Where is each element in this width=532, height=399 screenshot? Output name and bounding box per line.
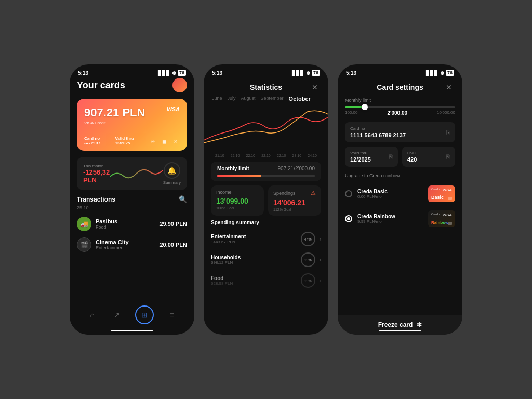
spend-amount-food: 628.98 PLN bbox=[211, 281, 297, 286]
spend-item-food[interactable]: Food 628.98 PLN 19% › bbox=[204, 270, 328, 291]
battery-icon-r: 76 bbox=[446, 70, 454, 76]
card-chip-basic bbox=[448, 197, 452, 200]
spend-name-hh: Households bbox=[211, 255, 297, 260]
status-icons-right: ▋▋▋ ⊛ 76 bbox=[426, 70, 454, 76]
date-2: 22.10 bbox=[231, 154, 240, 157]
summary-circle: 🔔 bbox=[164, 162, 180, 179]
copy-card-no-icon[interactable]: ⎘ bbox=[446, 129, 450, 136]
tx-info-2: Cinema City Entertainment bbox=[96, 239, 155, 250]
income-box: Income 13'099.00 100% Goal bbox=[211, 185, 264, 216]
copy-valid-icon[interactable]: ⎘ bbox=[389, 153, 393, 161]
wifi-icon-r: ⊛ bbox=[440, 70, 444, 76]
summary-button[interactable]: 🔔 Summary bbox=[163, 162, 181, 185]
signal-icon: ▋▋▋ bbox=[158, 70, 170, 76]
credit-card[interactable]: 907.21 PLN VISA Credit VISA Card no ••••… bbox=[77, 99, 187, 151]
lock-icon[interactable]: ◼ bbox=[160, 137, 168, 145]
radio-rainbow[interactable] bbox=[345, 215, 352, 222]
transactions-header: Transactions 🔍 bbox=[70, 195, 194, 203]
copy-cvc-icon[interactable]: ⎘ bbox=[446, 153, 450, 161]
month-tab-july[interactable]: July bbox=[228, 96, 236, 102]
month-tab-august[interactable]: August bbox=[241, 96, 256, 102]
your-cards-header: Your cards bbox=[70, 78, 194, 92]
card-no-field-label: Card no bbox=[350, 126, 406, 131]
transaction-item-1[interactable]: 🚚 Pasibus Food 29.90 PLN bbox=[70, 214, 194, 234]
date-1: 21.10 bbox=[215, 154, 224, 157]
plan-price-rainbow: 9.99 PLN/mo bbox=[357, 219, 423, 224]
nav-home[interactable]: ⌂ bbox=[86, 309, 99, 321]
cvc-value: 420 bbox=[407, 156, 417, 163]
chevron-hh: › bbox=[320, 257, 321, 263]
time-right: 5:13 bbox=[346, 70, 356, 76]
close-statistics[interactable]: ✕ bbox=[310, 82, 320, 92]
month-tab-september[interactable]: September bbox=[261, 96, 284, 102]
battery-icon-c: 76 bbox=[312, 70, 320, 76]
plan-name-rainbow: Creda Rainbow bbox=[357, 214, 423, 219]
slider-thumb[interactable] bbox=[362, 104, 368, 110]
income-goal: 100% Goal bbox=[216, 206, 259, 210]
statistics-title: Statistics bbox=[222, 83, 310, 91]
transaction-date: 25.10 bbox=[70, 205, 194, 210]
home-indicator-right bbox=[379, 330, 421, 331]
ml-value: 907.21/2'000.00 bbox=[278, 166, 315, 171]
summary-label: Summary bbox=[163, 180, 181, 185]
snowflake-icon[interactable]: ✳ bbox=[149, 137, 157, 145]
slider-track bbox=[345, 106, 455, 108]
month-tab-june[interactable]: June bbox=[212, 96, 222, 102]
plan-card-basic: Credo VISA Basic bbox=[428, 185, 455, 202]
transactions-title: Transactions bbox=[77, 196, 115, 203]
phones-container: 5:13 ▋▋▋ ⊛ 76 Your cards 907.21 PLN VISA… bbox=[70, 64, 462, 335]
page-title-left: Your cards bbox=[77, 80, 125, 91]
spend-item-entertainment[interactable]: Entertainment 1443.67 PLN 44% › bbox=[204, 229, 328, 249]
limit-setting: Monthly limit 100.00 2'000.00 10'000.00 bbox=[338, 98, 462, 116]
slider-max: 10'000.00 bbox=[437, 110, 455, 116]
valid-thru-label: Valid thru bbox=[350, 151, 371, 155]
transaction-item-2[interactable]: 🎬 Cinema City Entertainment 20.00 PLN bbox=[70, 234, 194, 255]
spendings-amount: 14'006.21 bbox=[273, 198, 316, 207]
card-no-detail: Card no •••• 2137 bbox=[84, 136, 100, 145]
month-tab-october[interactable]: October bbox=[289, 96, 311, 102]
radio-basic[interactable] bbox=[345, 190, 352, 197]
plan-basic[interactable]: Creda Basic 0.00 PLN/mo Credo VISA Basic bbox=[338, 182, 462, 205]
nav-list[interactable]: ≡ bbox=[166, 309, 178, 321]
this-month-widget: This month -1256,32 PLN bbox=[77, 157, 187, 190]
tx-category-2: Entertainment bbox=[96, 245, 155, 250]
tx-category-1: Food bbox=[96, 224, 155, 230]
card-chip-rainbow bbox=[448, 222, 452, 225]
spend-amount-hh: 698.12 PLN bbox=[211, 260, 297, 265]
card-settings-header: Card settings ✕ bbox=[338, 78, 462, 98]
limit-slider[interactable]: 100.00 2'000.00 10'000.00 bbox=[345, 106, 455, 116]
plan-rainbow[interactable]: Creda Rainbow 9.99 PLN/mo Credo VISA Rai… bbox=[338, 207, 462, 230]
spend-item-households[interactable]: Households 698.12 PLN 19% › bbox=[204, 249, 328, 270]
search-icon[interactable]: 🔍 bbox=[179, 195, 187, 203]
date-3: 22.10 bbox=[246, 154, 255, 157]
valid-thru-field: Valid thru 12/2025 ⎘ bbox=[345, 147, 398, 167]
spend-name-food: Food bbox=[211, 275, 297, 281]
avatar[interactable] bbox=[172, 78, 187, 92]
nav-cards[interactable]: ⊞ bbox=[135, 305, 154, 324]
plan-info-rainbow: Creda Rainbow 9.99 PLN/mo bbox=[357, 214, 423, 224]
wifi-icon: ⊛ bbox=[172, 70, 176, 76]
date-7: 24.10 bbox=[308, 154, 317, 157]
modal-header: Statistics ✕ bbox=[204, 78, 328, 96]
close-card-settings[interactable]: ✕ bbox=[444, 82, 454, 92]
time-center: 5:13 bbox=[212, 70, 222, 76]
nav-expand[interactable]: ↗ bbox=[111, 309, 123, 321]
snowflake-freeze-icon: ❄ bbox=[417, 321, 422, 328]
plan-card-rainbow: Credo VISA Rainbow bbox=[428, 210, 455, 227]
tx-amount-1: 29.90 PLN bbox=[159, 221, 187, 227]
close-card-icon[interactable]: ✕ bbox=[171, 137, 180, 145]
tx-icon-1: 🚚 bbox=[77, 217, 91, 231]
plan-name-basic: Creda Basic bbox=[357, 189, 423, 194]
status-icons-center: ▋▋▋ ⊛ 76 bbox=[292, 70, 320, 76]
cvc-field: CVC 420 ⎘ bbox=[402, 147, 455, 167]
valid-thru-inner: Valid thru 12/2025 bbox=[350, 151, 371, 163]
card-amount: 907.21 PLN bbox=[84, 106, 180, 119]
visa-label: VISA bbox=[166, 106, 180, 112]
monthly-limit-box: Monthly limit 907.21/2'000.00 bbox=[211, 162, 321, 181]
freeze-card-button[interactable]: Freeze card ❄ bbox=[338, 315, 462, 335]
status-bar-left: 5:13 ▋▋▋ ⊛ 76 bbox=[70, 64, 194, 78]
bottom-nav: ⌂ ↗ ⊞ ≡ bbox=[70, 300, 194, 335]
wifi-icon-c: ⊛ bbox=[306, 70, 310, 76]
chevron-food: › bbox=[320, 278, 321, 284]
spend-info-hh: Households 698.12 PLN bbox=[211, 255, 297, 265]
